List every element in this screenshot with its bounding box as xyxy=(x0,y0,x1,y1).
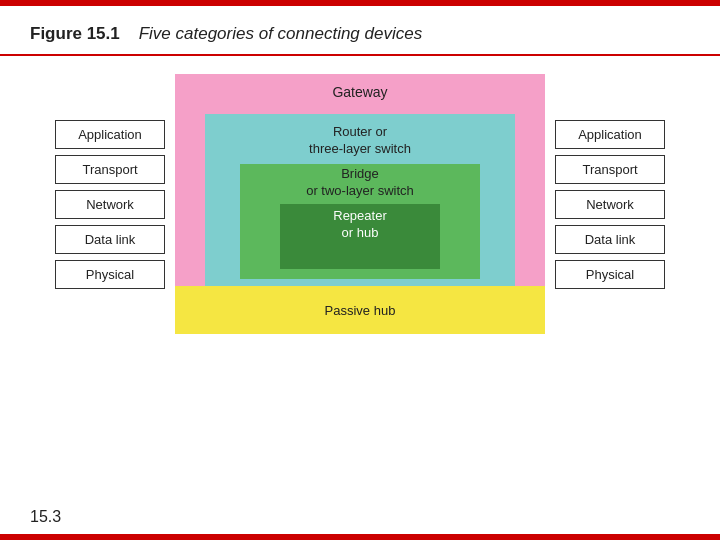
right-transport: Transport xyxy=(555,155,665,184)
gateway-label: Gateway xyxy=(175,84,545,100)
header: Figure 15.1 Five categories of connectin… xyxy=(0,6,720,56)
passive-hub-label: Passive hub xyxy=(325,303,396,318)
figure-spacer xyxy=(125,24,134,43)
left-layer-labels: Application Transport Network Data link … xyxy=(55,120,165,289)
left-physical: Physical xyxy=(55,260,165,289)
figure-description: Five categories of connecting devices xyxy=(139,24,423,43)
bottom-border xyxy=(0,534,720,540)
left-datalink: Data link xyxy=(55,225,165,254)
figure-number: Figure 15.1 xyxy=(30,24,120,43)
right-physical: Physical xyxy=(555,260,665,289)
main-content: Application Transport Network Data link … xyxy=(0,56,720,344)
left-application: Application xyxy=(55,120,165,149)
right-layer-labels: Application Transport Network Data link … xyxy=(555,120,665,289)
right-network: Network xyxy=(555,190,665,219)
page-number: 15.3 xyxy=(30,508,61,526)
figure-title: Figure 15.1 Five categories of connectin… xyxy=(30,24,422,43)
bridge-label: Bridgeor two-layer switch xyxy=(240,166,480,200)
center-diagram: Gateway Router orthree-layer switch Brid… xyxy=(175,74,545,334)
right-datalink: Data link xyxy=(555,225,665,254)
right-application: Application xyxy=(555,120,665,149)
left-network: Network xyxy=(55,190,165,219)
router-label: Router orthree-layer switch xyxy=(205,124,515,158)
passive-hub: Passive hub xyxy=(175,286,545,334)
left-transport: Transport xyxy=(55,155,165,184)
repeater-label: Repeateror hub xyxy=(280,208,440,242)
